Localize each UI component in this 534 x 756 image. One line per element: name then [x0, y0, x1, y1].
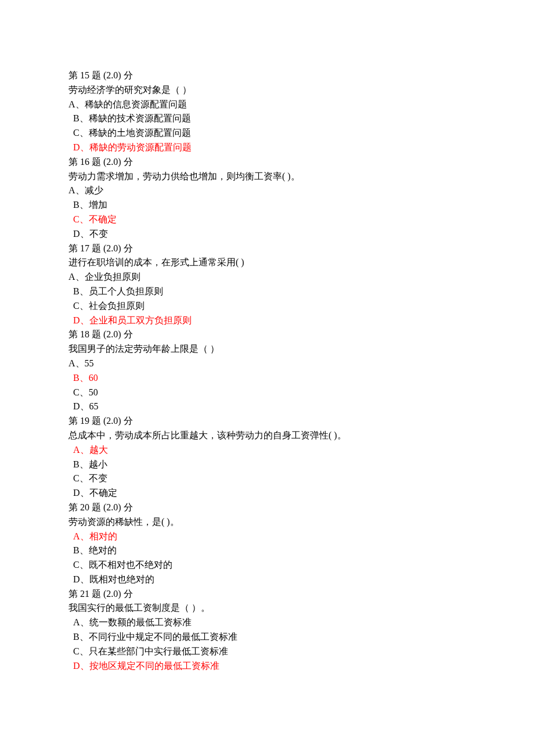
question-stem: 总成本中，劳动成本所占比重越大，该种劳动力的自身工资弹性( )。 — [68, 429, 534, 443]
question-block: 第 21 题 (2.0) 分我国实行的最低工资制度是（ ）。A、统一数额的最低工… — [68, 587, 534, 674]
option: C、社会负担原则 — [68, 299, 534, 314]
questions-container: 第 15 题 (2.0) 分劳动经济学的研究对象是（ ）A、稀缺的信息资源配置问… — [68, 69, 534, 673]
option: D、企业和员工双方负担原则 — [68, 314, 534, 328]
question-header: 第 18 题 (2.0) 分 — [68, 327, 534, 342]
question-block: 第 16 题 (2.0) 分劳动力需求增加，劳动力供给也增加，则均衡工资率( )… — [68, 155, 534, 242]
option: A、企业负担原则 — [68, 270, 534, 285]
option: A、稀缺的信息资源配置问题 — [68, 98, 534, 112]
question-block: 第 20 题 (2.0) 分劳动资源的稀缺性，是( )。A、相对的B、绝对的C、… — [68, 501, 534, 587]
question-block: 第 15 题 (2.0) 分劳动经济学的研究对象是（ ）A、稀缺的信息资源配置问… — [68, 69, 534, 155]
question-header: 第 21 题 (2.0) 分 — [68, 587, 534, 602]
option: D、既相对也绝对的 — [68, 573, 534, 587]
option: C、只在某些部门中实行最低工资标准 — [68, 645, 534, 659]
question-stem: 我国实行的最低工资制度是（ ）。 — [68, 601, 534, 615]
question-stem: 劳动资源的稀缺性，是( )。 — [68, 515, 534, 530]
option: D、不确定 — [68, 486, 534, 501]
option: A、统一数额的最低工资标准 — [68, 615, 534, 630]
option: C、不变 — [68, 471, 534, 486]
question-stem: 劳动力需求增加，劳动力供给也增加，则均衡工资率( )。 — [68, 170, 534, 184]
question-block: 第 18 题 (2.0) 分 我国男子的法定劳动年龄上限是（ ）A、55B、60… — [68, 327, 534, 414]
question-stem: 我国男子的法定劳动年龄上限是（ ） — [68, 342, 534, 357]
option: C、不确定 — [68, 213, 534, 227]
option: D、稀缺的劳动资源配置问题 — [68, 141, 534, 155]
option: B、60 — [68, 371, 534, 386]
option: B、绝对的 — [68, 543, 534, 558]
option: D、65 — [68, 399, 534, 414]
question-header: 第 15 题 (2.0) 分 — [68, 69, 534, 83]
option: D、按地区规定不同的最低工资标准 — [68, 659, 534, 674]
option: B、稀缺的技术资源配置问题 — [68, 111, 534, 126]
question-block: 第 19 题 (2.0) 分总成本中，劳动成本所占比重越大，该种劳动力的自身工资… — [68, 414, 534, 501]
option: A、越大 — [68, 443, 534, 458]
option: B、员工个人负担原则 — [68, 285, 534, 299]
option: D、不变 — [68, 227, 534, 242]
question-stem: 进行在职培训的成本，在形式上通常采用( ) — [68, 255, 534, 270]
option: A、相对的 — [68, 530, 534, 544]
option: B、不同行业中规定不同的最低工资标准 — [68, 630, 534, 645]
question-header: 第 16 题 (2.0) 分 — [68, 155, 534, 170]
question-stem: 劳动经济学的研究对象是（ ） — [68, 83, 534, 98]
option: B、越小 — [68, 458, 534, 472]
option: A、55 — [68, 357, 534, 371]
option: C、既不相对也不绝对的 — [68, 558, 534, 573]
option: C、50 — [68, 386, 534, 400]
question-block: 第 17 题 (2.0) 分进行在职培训的成本，在形式上通常采用( )A、企业负… — [68, 242, 534, 328]
option: A、减少 — [68, 183, 534, 198]
question-header: 第 20 题 (2.0) 分 — [68, 501, 534, 515]
option: C、稀缺的土地资源配置问题 — [68, 126, 534, 141]
question-header: 第 19 题 (2.0) 分 — [68, 414, 534, 429]
question-header: 第 17 题 (2.0) 分 — [68, 242, 534, 256]
option: B、增加 — [68, 198, 534, 213]
